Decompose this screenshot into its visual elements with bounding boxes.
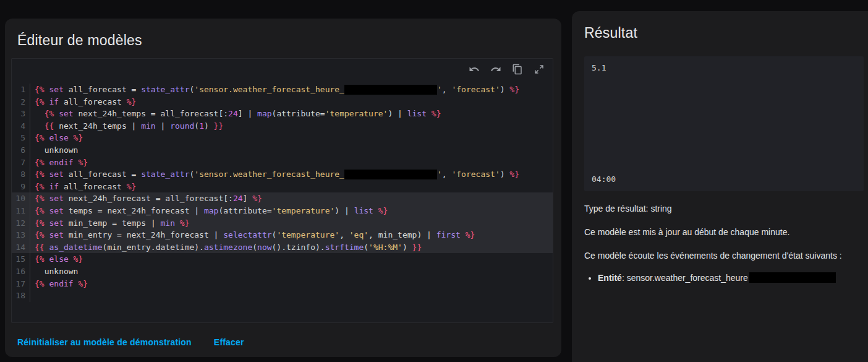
result-output: 5.1 04:00 (584, 56, 864, 191)
code-lines: 1{% set all_forecast = state_attr('senso… (12, 80, 553, 302)
code-line-content: {% set all_forecast = state_attr('sensor… (30, 168, 519, 181)
code-line[interactable]: 14{{ as_datetime(min_entry.datetime).ast… (12, 241, 553, 254)
code-line[interactable]: 4 {{ next_24h_temps | min | round(1) }} (12, 120, 553, 132)
line-number: 3 (12, 108, 30, 120)
expand-icon (534, 64, 545, 75)
code-line[interactable]: 9{% if all_forecast %} (12, 181, 553, 193)
line-number: 5 (12, 132, 30, 144)
code-line[interactable]: 16 unknown (12, 265, 553, 278)
code-line-content: {% set temps = next_24h_forecast | map(a… (30, 205, 388, 217)
code-line-content: {% set next_24h_temps = all_forecast[:24… (30, 108, 441, 120)
code-line-content: {% set all_forecast = state_attr('sensor… (30, 84, 519, 96)
undo-icon (469, 64, 480, 75)
result-update-line: Ce modèle est mis à jour au début de cha… (584, 226, 864, 238)
result-card: Résultat 5.1 04:00 Type de résultat: str… (572, 11, 868, 362)
result-card-title: Résultat (572, 11, 868, 51)
copy-icon (512, 64, 523, 75)
entity-redaction-box (749, 272, 836, 283)
template-editor-card: Éditeur de modèles 1{% set all_forecast … (5, 19, 561, 357)
reset-demo-button[interactable]: Réinitialiser au modèle de démonstration (17, 337, 192, 347)
line-number: 10 (12, 192, 30, 205)
result-listen-line: Ce modèle écoute les événements de chang… (584, 250, 864, 262)
code-line[interactable]: 1{% set all_forecast = state_attr('senso… (12, 84, 553, 96)
entity-list-item: Entité: sensor.weather_forecast_heure (598, 272, 864, 285)
line-number: 12 (12, 217, 30, 230)
editor-actions: Réinitialiser au modèle de démonstration… (17, 337, 244, 347)
code-line-content: {% set min_entry = next_24h_forecast | s… (30, 229, 475, 241)
line-number: 8 (12, 168, 30, 181)
line-number: 2 (12, 96, 30, 108)
code-line-content: unknown (30, 144, 78, 157)
code-line-content: {% endif %} (30, 157, 88, 169)
line-number: 1 (12, 84, 30, 96)
editor-card-title: Éditeur de modèles (5, 19, 561, 59)
line-number: 9 (12, 181, 30, 193)
code-line[interactable]: 3 {% set next_24h_temps = all_forecast[:… (12, 108, 553, 120)
redaction-box (344, 170, 437, 179)
code-line[interactable]: 10{% set next_24h_forecast = all_forecas… (12, 192, 553, 205)
entity-label: Entité (598, 273, 622, 283)
line-number: 4 (12, 120, 30, 132)
line-number: 17 (12, 278, 30, 290)
code-line[interactable]: 18 (12, 290, 553, 302)
code-line-content: {% set min_temp = temps | min %} (30, 217, 190, 230)
line-number: 13 (12, 229, 30, 241)
code-line-content: {% else %} (30, 253, 83, 265)
line-number: 11 (12, 205, 30, 217)
expand-button[interactable] (533, 63, 545, 75)
entity-list: Entité: sensor.weather_forecast_heure (584, 272, 864, 285)
code-line-content: {{ as_datetime(min_entry.datetime).astim… (30, 241, 422, 254)
line-number: 14 (12, 241, 30, 254)
undo-button[interactable] (468, 63, 480, 75)
code-line[interactable]: 7{% endif %} (12, 157, 553, 169)
code-line-content: {% set next_24h_forecast = all_forecast[… (30, 192, 262, 205)
template-code-editor[interactable]: 1{% set all_forecast = state_attr('senso… (11, 58, 553, 323)
copy-button[interactable] (511, 63, 524, 75)
line-number: 18 (12, 290, 30, 302)
code-line[interactable]: 15{% else %} (12, 253, 553, 265)
code-line-content: {% if all_forecast %} (30, 181, 136, 193)
code-line[interactable]: 11{% set temps = next_24h_forecast | map… (12, 205, 553, 217)
code-line[interactable]: 17{% endif %} (12, 278, 553, 290)
code-line-content: {% endif %} (30, 278, 88, 290)
result-type-line: Type de résultat: string (584, 203, 864, 215)
line-number: 7 (12, 157, 30, 169)
line-number: 15 (12, 253, 30, 265)
line-number: 16 (12, 265, 30, 278)
code-line[interactable]: 13{% set min_entry = next_24h_forecast |… (12, 229, 553, 241)
code-line-content: {{ next_24h_temps | min | round(1) }} (30, 120, 223, 132)
line-number: 6 (12, 144, 30, 157)
code-line-content: {% else %} (30, 132, 83, 144)
code-line[interactable]: 8{% set all_forecast = state_attr('senso… (12, 168, 553, 181)
editor-toolbar (12, 59, 553, 80)
clear-button[interactable]: Effacer (214, 337, 244, 347)
redaction-box (344, 85, 437, 95)
code-line[interactable]: 2{% if all_forecast %} (12, 96, 553, 108)
code-line[interactable]: 5{% else %} (12, 132, 553, 144)
redo-icon (490, 64, 501, 75)
code-line-content: {% if all_forecast %} (30, 96, 136, 108)
code-line-content: unknown (30, 265, 78, 278)
code-line-content (30, 290, 35, 302)
redo-button[interactable] (490, 63, 502, 75)
entity-value: : sensor.weather_forecast_heure (622, 273, 748, 283)
code-line[interactable]: 6 unknown (12, 144, 553, 157)
code-line[interactable]: 12{% set min_temp = temps | min %} (12, 217, 553, 230)
